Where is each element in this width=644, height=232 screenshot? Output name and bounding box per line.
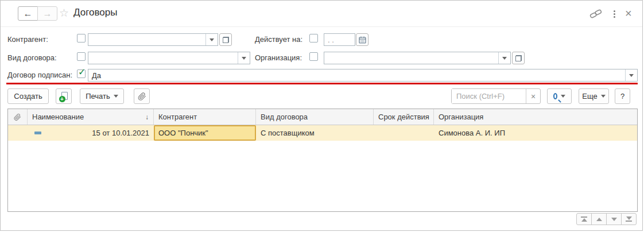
titlebar: ← → ☆ Договоры × [1,1,642,27]
valid-on-filter-label: Действует на: [255,35,302,44]
header-kontragent-column[interactable]: Контрагент [154,109,256,125]
row-kontragent-cell-active[interactable]: ООО "Пончик" [154,125,256,141]
page-up-button[interactable] [591,213,607,225]
calendar-icon [359,36,366,44]
get-link-icon[interactable] [589,9,602,21]
modified-indicator-line [6,83,638,84]
forward-button[interactable]: → [37,6,57,21]
clear-x-icon: × [531,92,536,101]
search-input[interactable] [452,89,526,103]
back-button[interactable]: ← [18,6,38,21]
more-actions-button[interactable]: Еще [579,88,609,104]
kontragent-filter-checkbox[interactable] [77,34,86,42]
search-clear-button[interactable]: × [526,89,540,103]
table-header-row: Наименование ↓ Контрагент Вид договора С… [8,109,637,125]
signed-filter-input[interactable]: Да [88,69,638,82]
check-icon: ✓ [78,67,86,78]
close-icon[interactable]: × [625,6,632,21]
print-dropdown-icon [114,95,118,98]
choose-icon [515,55,522,61]
signed-filter-value: Да [88,69,625,81]
kontragent-filter-input[interactable] [88,33,218,46]
kontragent-choose-button[interactable] [219,33,232,46]
row-org-cell[interactable]: Симонова А. И. ИП [434,125,637,141]
row-attachment-cell [8,125,28,141]
search-settings-button[interactable] [547,88,572,104]
list-navigation [576,213,637,225]
back-arrow-icon: ← [24,9,33,19]
search-box: × [451,88,541,104]
more-menu-kebab-icon[interactable] [610,9,618,19]
favorite-star-icon[interactable]: ☆ [59,7,69,20]
valid-on-filter-checkbox[interactable] [309,34,318,42]
paperclip-icon [138,92,146,101]
vid-filter-value [88,52,238,64]
attachments-button[interactable] [134,88,150,104]
choose-icon [223,37,229,43]
org-filter-label: Организация: [255,53,302,63]
table-row[interactable]: 15 от 10.01.2021 ООО "Пончик" С поставщи… [8,125,637,141]
vid-filter-input[interactable] [88,52,250,64]
vid-filter-label: Вид договора: [7,53,57,63]
forward-arrow-icon: → [43,9,52,19]
row-name-cell[interactable]: 15 от 10.01.2021 [28,125,154,141]
signed-filter-checkbox[interactable]: ✓ [77,69,86,78]
copy-document-plus-icon: + [60,92,68,101]
header-attachment-column[interactable] [8,109,28,125]
row-vid-cell[interactable]: С поставщиком [256,125,374,141]
go-to-top-button[interactable] [576,213,592,225]
create-button[interactable]: Создать [7,88,49,104]
kontragent-filter-label: Контрагент: [7,35,48,44]
row-period-cell[interactable] [374,125,434,141]
help-button[interactable]: ? [615,88,630,104]
header-org-column[interactable]: Организация [434,109,637,125]
signed-filter-label: Договор подписан: [7,71,72,80]
filter-panel: Контрагент: Действует на: . . Вид догово… [1,27,642,86]
kontragent-filter-value [88,34,205,45]
up-arrow-icon [596,218,602,221]
app-window: ← → ☆ Договоры × Контрагент: Действует н… [0,0,643,231]
create-by-copy-button[interactable]: + [56,88,72,104]
page-down-button[interactable] [606,213,622,225]
kontragent-dropdown-icon[interactable] [205,34,218,45]
vid-filter-checkbox[interactable] [77,52,86,61]
list-toolbar: Создать + Печать × Еще ? [1,87,642,107]
header-period-column[interactable]: Срок действия [374,109,434,125]
valid-on-calendar-button[interactable] [356,33,368,46]
down-arrow-icon [611,218,617,221]
header-name-column[interactable]: Наименование ↓ [28,109,154,125]
more-dropdown-icon [601,95,606,98]
org-dropdown-icon[interactable] [498,52,510,64]
print-button[interactable]: Печать [80,88,124,104]
valid-on-date-input[interactable]: . . [324,33,355,46]
org-choose-button[interactable] [512,52,525,64]
go-to-bottom-button[interactable] [621,213,637,225]
top-arrow-icon [581,218,587,222]
page-title: Договоры [73,7,117,18]
valid-on-date-value: . . [324,34,355,45]
list-item-marker-icon [34,132,41,134]
paperclip-icon [14,113,21,121]
sort-desc-icon: ↓ [145,113,149,121]
header-vid-column[interactable]: Вид договора [256,109,374,125]
bottom-arrow-icon [626,216,632,220]
contracts-table: Наименование ↓ Контрагент Вид договора С… [7,109,638,212]
search-icon [553,93,557,99]
org-filter-input[interactable] [324,52,511,64]
vid-dropdown-icon[interactable] [238,52,250,64]
org-filter-checkbox[interactable] [309,52,318,61]
org-filter-value [324,52,498,64]
signed-dropdown-icon[interactable] [625,69,637,81]
